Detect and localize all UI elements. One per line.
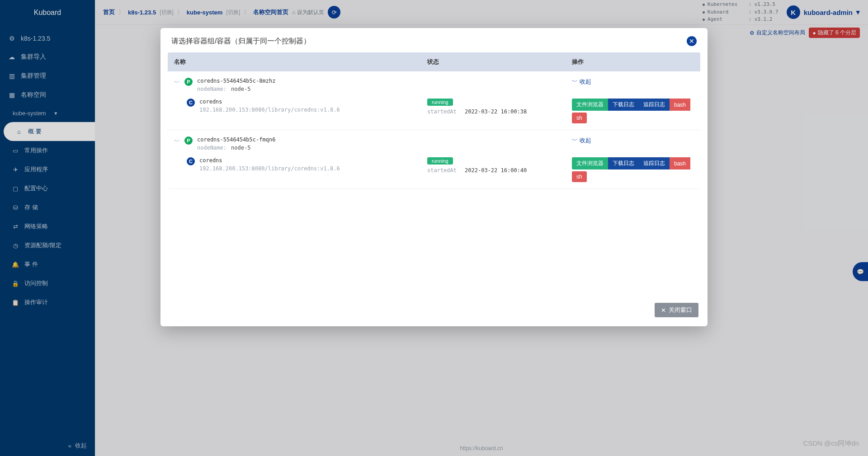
pod-name: coredns-5546454b5c-8mzhz <box>197 78 275 84</box>
expand-toggle[interactable]: ﹀ <box>174 137 180 146</box>
modal: 请选择容器组/容器（归属于同一个控制器） ✕ 名称 状态 操作 <box>160 28 708 326</box>
bash-button[interactable]: bash <box>670 99 690 111</box>
chevron-down-icon: ﹀ <box>572 78 578 86</box>
status-badge: running <box>427 157 453 165</box>
download-log-button[interactable]: 下载日志 <box>608 157 639 169</box>
collapse-link[interactable]: ﹀ 收起 <box>572 136 694 145</box>
collapse-link[interactable]: ﹀ 收起 <box>572 78 694 86</box>
expand-toggle[interactable]: ﹀ <box>174 79 180 87</box>
modal-close-button[interactable]: ✕ <box>687 36 697 46</box>
pod-group: ﹀ P coredns-5546454b5c-fmqn6 nodeName:no… <box>168 130 700 189</box>
container-badge: C <box>187 157 195 165</box>
container-image: 192.168.200.153:8080/library/coredns:v1.… <box>199 107 340 113</box>
container-table: 名称 状态 操作 ﹀ P coredns-5 <box>168 52 700 189</box>
container-badge: C <box>187 99 195 107</box>
table-header: 名称 状态 操作 <box>168 52 700 71</box>
pod-group: ﹀ P coredns-5546454b5c-8mzhz nodeName:no… <box>168 71 700 130</box>
sh-button[interactable]: sh <box>572 171 587 182</box>
download-log-button[interactable]: 下载日志 <box>608 99 639 111</box>
close-window-button[interactable]: ✕ 关闭窗口 <box>655 303 698 317</box>
trace-log-button[interactable]: 追踪日志 <box>639 157 670 169</box>
trace-log-button[interactable]: 追踪日志 <box>639 99 670 111</box>
sh-button[interactable]: sh <box>572 113 587 123</box>
started-at: startedAt2022-03-22 16:00:40 <box>427 167 559 174</box>
container-name: coredns <box>199 99 340 105</box>
pod-badge: P <box>184 136 193 145</box>
pod-node: nodeName:node-5 <box>197 145 275 151</box>
file-browser-button[interactable]: 文件浏览器 <box>572 157 608 169</box>
th-name: 名称 <box>168 52 421 71</box>
modal-title: 请选择容器组/容器（归属于同一个控制器） <box>171 37 311 46</box>
modal-overlay: 请选择容器组/容器（归属于同一个控制器） ✕ 名称 状态 操作 <box>0 0 868 456</box>
container-image: 192.168.200.153:8080/library/coredns:v1.… <box>199 165 340 172</box>
bash-button[interactable]: bash <box>670 157 690 169</box>
close-icon: ✕ <box>661 307 666 314</box>
container-name: coredns <box>199 157 340 164</box>
pod-node: nodeName:node-5 <box>197 86 275 92</box>
started-at: startedAt2022-03-22 16:00:38 <box>427 108 559 115</box>
chevron-down-icon: ﹀ <box>572 136 578 145</box>
pod-badge: P <box>184 78 193 86</box>
close-icon: ✕ <box>689 38 694 45</box>
file-browser-button[interactable]: 文件浏览器 <box>572 99 608 111</box>
th-status: 状态 <box>421 52 566 71</box>
pod-name: coredns-5546454b5c-fmqn6 <box>197 136 275 143</box>
th-action: 操作 <box>566 52 700 71</box>
status-badge: running <box>427 99 453 106</box>
